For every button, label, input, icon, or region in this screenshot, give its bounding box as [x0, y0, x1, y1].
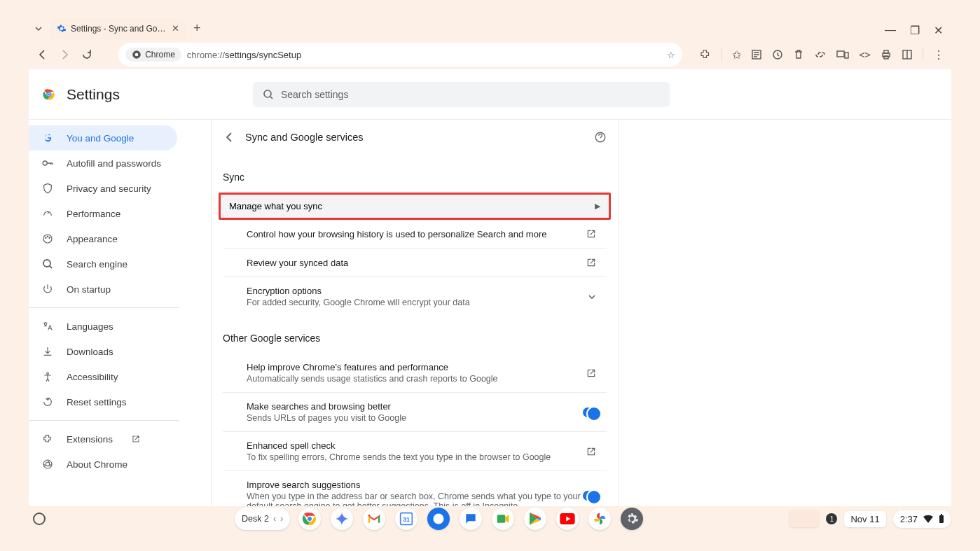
row-label: Control how your browsing history is use… — [247, 229, 586, 239]
chrome-logo-icon — [41, 87, 57, 102]
back-button[interactable] — [36, 48, 49, 62]
sidebar-label: Accessibility — [67, 372, 118, 382]
new-tab-button[interactable]: + — [193, 21, 201, 36]
launcher-icon[interactable] — [33, 512, 46, 525]
google-g-icon — [41, 132, 54, 144]
content-area: Settings Search settings You and Google … — [29, 69, 951, 506]
devices-icon[interactable] — [836, 49, 849, 60]
wifi-icon — [923, 515, 933, 523]
reset-icon — [41, 396, 54, 407]
sidebar-item-reset[interactable]: Reset settings — [29, 389, 177, 414]
svg-rect-31 — [497, 515, 506, 523]
meet-app-icon[interactable] — [492, 508, 514, 530]
toolbar: Chrome chrome://settings/syncSetup ☆ ✩ <… — [29, 40, 951, 69]
desk-switcher[interactable]: Desk 2 ‹ › — [235, 508, 290, 530]
maximize-icon[interactable]: ❐ — [910, 24, 920, 37]
sidebar-label: Search engine — [67, 259, 127, 270]
tray-date[interactable]: Nov 11 — [844, 511, 885, 527]
tab-search-caret[interactable] — [32, 22, 46, 36]
download-icon — [41, 346, 54, 357]
forward-button[interactable] — [57, 48, 71, 62]
tray-status[interactable]: 2:37 — [893, 510, 951, 528]
chevron-right-icon: ▶ — [595, 202, 600, 211]
external-link-icon — [586, 257, 597, 268]
svg-point-17 — [46, 237, 46, 238]
star-list-icon[interactable]: ✩ — [732, 48, 741, 62]
row-sub: Automatically sends usage statistics and… — [247, 374, 586, 384]
svg-point-1 — [135, 53, 139, 57]
close-window-icon[interactable]: ✕ — [934, 24, 943, 37]
encryption-row[interactable]: Encryption options For added security, G… — [223, 277, 607, 316]
reader-icon[interactable] — [902, 49, 913, 60]
history-icon[interactable] — [772, 49, 783, 60]
row-title: Make searches and browsing better — [247, 401, 583, 412]
sidebar-item-accessibility[interactable]: Accessibility — [29, 364, 177, 389]
sidebar-label: Performance — [67, 209, 120, 219]
print-icon[interactable] — [881, 49, 892, 60]
menu-icon[interactable]: ⋮ — [933, 48, 944, 62]
chevron-left-icon[interactable]: ‹ — [273, 514, 276, 524]
files-app-icon[interactable] — [427, 508, 450, 530]
devtools-icon[interactable]: <> — [859, 49, 871, 60]
battery-icon — [939, 514, 944, 524]
calendar-app-icon[interactable]: 31 — [395, 508, 417, 530]
trash-icon[interactable] — [793, 49, 804, 60]
sidebar-item-languages[interactable]: Languages — [29, 314, 177, 339]
toggle-make-searches[interactable] — [583, 407, 601, 417]
sidebar-item-search-engine[interactable]: Search engine — [29, 251, 177, 277]
settings-app-icon[interactable] — [621, 508, 643, 530]
messages-app-icon[interactable] — [460, 508, 482, 530]
spell-check-row[interactable]: Enhanced spell check To fix spelling err… — [223, 432, 607, 471]
svg-point-14 — [264, 90, 271, 97]
browser-tab[interactable]: Settings - Sync and Google services ✕ — [50, 18, 186, 39]
sidebar-item-privacy[interactable]: Privacy and security — [29, 176, 177, 201]
close-tab-icon[interactable]: ✕ — [172, 23, 179, 34]
photos-app-icon[interactable] — [588, 508, 611, 530]
sidebar-label: Reset settings — [67, 397, 127, 407]
taskbar: Desk 2 ‹ › 31 1 Nov 11 2:37 — [29, 506, 951, 531]
extension-icon[interactable] — [699, 48, 712, 61]
sidebar-item-on-startup[interactable]: On startup — [29, 277, 177, 302]
control-history-row[interactable]: Control how your browsing history is use… — [223, 220, 607, 249]
play-store-app-icon[interactable] — [524, 508, 546, 530]
improve-chrome-row[interactable]: Help improve Chrome's features and perfo… — [223, 354, 607, 393]
external-link-icon — [586, 446, 597, 457]
sidebar-item-you-and-google[interactable]: You and Google — [29, 125, 177, 151]
bookmark-star-icon[interactable]: ☆ — [667, 50, 675, 60]
gemini-app-icon[interactable] — [331, 508, 353, 530]
review-data-row[interactable]: Review your synced data — [223, 249, 607, 277]
chrome-app-icon[interactable] — [298, 508, 321, 530]
shelf-apps: 31 — [298, 508, 643, 530]
sidebar-item-appearance[interactable]: Appearance — [29, 226, 177, 251]
sidebar-item-performance[interactable]: Performance — [29, 201, 177, 226]
sidebar-item-autofill[interactable]: Autofill and passwords — [29, 151, 177, 176]
extension-icon — [41, 433, 54, 445]
notification-badge[interactable]: 1 — [826, 513, 837, 524]
chevron-right-icon[interactable]: › — [280, 514, 283, 524]
search-placeholder: Search settings — [281, 89, 349, 100]
toggle-search-suggestions[interactable] — [583, 491, 601, 501]
reload-button[interactable] — [80, 48, 93, 62]
page-back-button[interactable] — [223, 131, 235, 144]
sidebar-item-extensions[interactable]: Extensions — [29, 426, 177, 452]
svg-point-20 — [43, 260, 50, 267]
gmail-app-icon[interactable] — [363, 508, 385, 530]
url-bar[interactable]: Chrome chrome://settings/syncSetup ☆ — [118, 43, 682, 67]
sidebar-label: On startup — [67, 284, 111, 295]
search-settings[interactable]: Search settings — [253, 82, 670, 107]
sidebar-item-downloads[interactable]: Downloads — [29, 339, 177, 364]
reading-list-icon[interactable] — [751, 49, 762, 60]
tray-chip[interactable] — [789, 510, 819, 527]
sidebar-item-about[interactable]: About Chrome — [29, 452, 177, 477]
minimize-icon[interactable]: — — [885, 24, 896, 37]
svg-point-13 — [48, 93, 50, 96]
help-icon[interactable] — [594, 131, 607, 144]
youtube-app-icon[interactable] — [556, 508, 579, 530]
link-icon[interactable] — [814, 49, 827, 60]
row-sub: Sends URLs of pages you visit to Google — [247, 413, 583, 423]
sidebar-label: You and Google — [67, 133, 134, 144]
manage-sync-row[interactable]: Manage what you sync ▶ — [219, 193, 611, 220]
external-link-icon — [586, 228, 597, 239]
sidebar-label: Autofill and passwords — [67, 158, 161, 169]
sidebar-label: Languages — [67, 321, 113, 332]
